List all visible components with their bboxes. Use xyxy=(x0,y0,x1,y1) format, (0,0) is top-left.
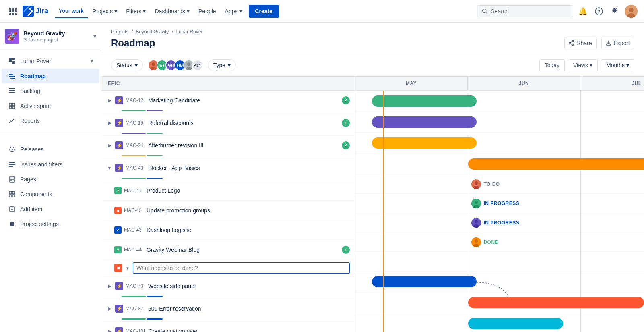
grid-menu-icon[interactable] xyxy=(6,5,19,18)
mac101-icon: ⚡ xyxy=(115,327,123,332)
svg-rect-31 xyxy=(9,162,15,163)
settings-icon[interactable] xyxy=(609,5,621,18)
breadcrumb-beyond-gravity[interactable]: Beyond Gravity xyxy=(136,29,169,35)
svg-rect-8 xyxy=(15,13,17,15)
months-button[interactable]: Months xyxy=(601,59,634,71)
sprint-label: Active sprint xyxy=(20,103,93,109)
mac70-bar[interactable] xyxy=(372,276,477,287)
sidebar-item-roadmap[interactable]: Roadmap xyxy=(2,69,99,83)
status-filter[interactable]: Status xyxy=(111,59,143,71)
gantt-row-mac43: IN PROGRESS xyxy=(355,213,644,232)
svg-rect-33 xyxy=(9,166,13,167)
mac24-bar[interactable] xyxy=(372,137,477,149)
export-button[interactable]: Export xyxy=(601,37,634,49)
gantt-row-mac19 xyxy=(355,112,644,133)
nav-dashboards[interactable]: Dashboards xyxy=(151,5,194,18)
gantt-row-mac41: TO DO xyxy=(355,174,644,194)
gantt-row-mac70 xyxy=(355,271,644,292)
today-button[interactable]: Today xyxy=(539,59,565,71)
mac41-status-text: TO DO xyxy=(483,181,500,187)
mac43-avatar xyxy=(471,218,481,228)
mac24-chevron-icon[interactable]: ▶ xyxy=(106,142,113,149)
nav-apps[interactable]: Apps xyxy=(221,5,246,18)
sidebar-item-backlog[interactable]: Backlog xyxy=(2,84,99,98)
type-filter[interactable]: Type xyxy=(208,59,236,71)
epic-row-mac44: ✦ MAC-44 Gravity Webinar Blog ✓ xyxy=(101,240,355,260)
new-item-input[interactable] xyxy=(133,262,350,274)
nav-your-work[interactable]: Your work xyxy=(55,4,88,18)
project-chevron-icon xyxy=(93,33,96,39)
breadcrumb-projects[interactable]: Projects xyxy=(111,29,128,35)
mac87-key: MAC-87 xyxy=(126,306,146,311)
svg-rect-0 xyxy=(9,8,11,10)
share-button[interactable]: Share xyxy=(564,37,596,49)
nav-projects[interactable]: Projects xyxy=(89,5,122,18)
sidebar-item-components[interactable]: Components xyxy=(2,187,99,201)
sidebar-item-releases[interactable]: Releases xyxy=(2,142,99,157)
type-chevron-icon xyxy=(228,62,231,68)
svg-rect-17 xyxy=(9,58,12,62)
breadcrumb-lunar-rover[interactable]: Lunar Rover xyxy=(176,29,202,35)
mac19-bar[interactable] xyxy=(372,116,477,128)
sidebar-item-settings[interactable]: Project settings xyxy=(2,217,99,231)
sidebar-item-pages[interactable]: Pages xyxy=(2,172,99,187)
mac40-bar[interactable] xyxy=(468,158,644,170)
search-box[interactable] xyxy=(477,5,573,17)
svg-point-47 xyxy=(573,45,574,46)
logo-text: Jira xyxy=(35,7,48,15)
jira-logo[interactable]: Jira xyxy=(23,6,48,17)
svg-rect-29 xyxy=(12,106,15,109)
svg-text:?: ? xyxy=(597,8,600,14)
mac40-chevron-icon[interactable]: ▼ xyxy=(106,165,113,171)
notifications-icon[interactable]: 🔔 xyxy=(576,5,589,18)
svg-line-11 xyxy=(486,12,487,14)
views-label: Views xyxy=(573,62,588,68)
svg-point-52 xyxy=(151,62,155,66)
mac42-status-text: IN PROGRESS xyxy=(483,201,519,206)
sidebar-item-issues[interactable]: Issues and filters xyxy=(2,157,99,172)
nav-people[interactable]: People xyxy=(194,5,220,18)
sidebar-item-board[interactable]: Lunar Rover xyxy=(2,54,99,68)
user-avatar[interactable] xyxy=(625,5,638,18)
status-chevron-icon xyxy=(135,62,138,68)
type-filter-label: Type xyxy=(213,62,225,68)
backlog-icon xyxy=(8,87,16,95)
breadcrumb-sep2: / xyxy=(172,29,175,35)
mac70-underlines xyxy=(101,296,355,299)
svg-point-15 xyxy=(629,8,634,12)
sidebar-item-add-item[interactable]: Add item xyxy=(2,202,99,216)
mac41-status: TO DO xyxy=(468,178,503,191)
new-item-chevron-icon[interactable]: ▾ xyxy=(125,265,130,271)
mac43-key: MAC-43 xyxy=(124,227,144,233)
board-label: Lunar Rover xyxy=(20,58,87,64)
gantt-area: MAY JUN JUL xyxy=(355,77,644,332)
mac12-chevron-icon[interactable]: ▶ xyxy=(106,97,113,104)
avatar-count[interactable]: +14 xyxy=(192,60,203,71)
create-button[interactable]: Create xyxy=(249,5,279,18)
new-item-icon[interactable]: ■ xyxy=(114,264,122,272)
svg-rect-41 xyxy=(12,195,15,197)
mac70-key: MAC-70 xyxy=(126,283,146,289)
views-button[interactable]: Views xyxy=(568,59,598,71)
board-chevron xyxy=(91,58,93,64)
mac101-bar[interactable] xyxy=(468,318,563,329)
add-item-icon xyxy=(8,205,16,213)
mac70-chevron-icon[interactable]: ▶ xyxy=(106,283,113,289)
nav-filters[interactable]: Filters xyxy=(122,5,150,18)
mac87-chevron-icon[interactable]: ▶ xyxy=(106,305,113,312)
mac19-chevron-icon[interactable]: ▶ xyxy=(106,120,113,126)
search-input[interactable] xyxy=(491,8,568,15)
help-icon[interactable]: ? xyxy=(592,5,605,18)
sidebar-item-reports[interactable]: Reports xyxy=(2,114,99,128)
mac12-underlines xyxy=(101,110,355,113)
mac12-bar[interactable] xyxy=(372,95,477,107)
components-icon xyxy=(8,190,16,198)
roadmap-label: Roadmap xyxy=(20,73,93,79)
months-chevron-icon xyxy=(626,62,629,68)
mac41-icon: ✦ xyxy=(114,187,122,194)
sidebar-item-active-sprint[interactable]: Active sprint xyxy=(2,99,99,113)
sidebar-project[interactable]: 🚀 Beyond Gravity Software project xyxy=(0,23,101,50)
mac101-chevron-icon[interactable]: ▶ xyxy=(106,328,113,332)
avatar-count-label: +14 xyxy=(194,63,201,68)
mac42-avatar xyxy=(471,199,481,208)
